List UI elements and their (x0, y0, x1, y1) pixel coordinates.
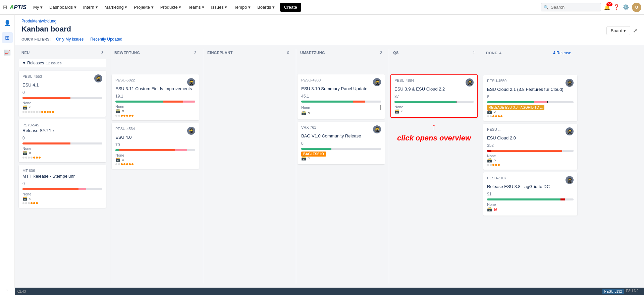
sidebar-board-icon[interactable]: ⊞ (2, 32, 13, 43)
nav-projekte[interactable]: Projekte ▾ (131, 5, 156, 10)
card-id: PESU-4550 (487, 79, 506, 83)
card-title: BAG V1.0 Community Release (301, 133, 381, 139)
card-esu-cloud-20[interactable]: PESU-... 🥷 ESU Cloud 2.0 352 None 🗃️ ○ (483, 124, 577, 170)
settings-icon[interactable]: ⚙️ (623, 4, 629, 10)
card-pesu-3107[interactable]: PESU-3107 🥷 Release ESU 3.8 - agGrid to … (483, 172, 577, 216)
dot-orange (123, 163, 125, 165)
fullscreen-button[interactable]: ⤢ (633, 26, 637, 35)
status-issue1[interactable]: PESU-5132 (602, 289, 624, 294)
filter-only-my-issues[interactable]: Only My Issues (55, 36, 85, 42)
dot (115, 163, 117, 165)
nav-intern[interactable]: Intern ▾ (80, 5, 101, 10)
nav-boards[interactable]: Boards ▾ (255, 5, 277, 10)
quick-filters-label: QUICK FILTERS: (21, 37, 51, 41)
card-label: BAGLESS.IO (301, 152, 381, 156)
card-label: None (22, 146, 102, 151)
board-header: Produktentwicklung Kanban board Board ▾ … (15, 15, 644, 45)
dot-orange (495, 164, 497, 166)
column-neu-header: NEU 3 (19, 49, 106, 56)
card-num: 19.1 (115, 94, 195, 99)
card-mt-606[interactable]: MT-606 MTT Release - Stempeluhr 0 None 🗃… (19, 165, 106, 208)
releases-row[interactable]: ▼ Releases 12 issues (19, 59, 106, 67)
progress-bar (394, 101, 474, 103)
card-title: ESU Cloud 2.1 (3.8 Features für Cloud) (487, 87, 574, 93)
column-umsetzung-header: UMSETZUNG 2 (298, 49, 385, 56)
column-eingeplant: EINGEPLANT 0 (205, 49, 292, 284)
card-num: 0 (22, 90, 102, 95)
avatar: 🥷 (187, 127, 195, 135)
dot (31, 111, 33, 113)
status-issues: PESU-5132 ESU 3.9... (602, 289, 641, 294)
column-neu-title: NEU (21, 51, 30, 55)
card-icon-circle: ○ (401, 109, 403, 114)
card-pesu-4534[interactable]: PESU-4534 🥷 ESU 4.0 70 None 🗃️ ○ (112, 123, 199, 169)
card-pesu-4980[interactable]: PESU-4980 🥷 ESU 3.10 Summary Panel Updat… (298, 74, 385, 119)
progress-bar (301, 148, 381, 150)
card-pesu-4553[interactable]: PESU-4553 🥷 ESU 4.1 0 None 🗃️ ○ (19, 71, 106, 117)
search-input[interactable] (551, 5, 591, 10)
card-vrx-761[interactable]: VRX-761 🥷 BAG V1.0 Community Release 0 B… (298, 122, 385, 164)
nav-marketing[interactable]: Marketing ▾ (102, 5, 130, 10)
grid-icon[interactable]: ⊞ (3, 4, 7, 10)
dots-row (22, 202, 102, 204)
create-button[interactable]: Create (280, 3, 301, 12)
dot-orange (126, 163, 128, 165)
nav-my[interactable]: My ▾ (31, 5, 45, 10)
card-title: ESU Cloud 2.0 (487, 135, 574, 141)
card-icon-box: 🗃️ (115, 157, 120, 162)
sidebar-expand-icon[interactable]: » (6, 288, 8, 292)
help-icon[interactable]: ❓ (613, 4, 620, 10)
card-icons: 🗃️ ○ (301, 111, 381, 115)
column-done-title: DONE (486, 51, 497, 55)
card-pesu-4884[interactable]: PESU-4884 🥷 ESU 3.9 & ESU Cloud 2.2 87 N… (390, 74, 478, 118)
notifications-icon[interactable]: 🔔 30 (604, 4, 610, 10)
card-id: PESU-4980 (301, 78, 321, 82)
avatar: 🥷 (466, 78, 474, 86)
search-box[interactable]: 🔍 (541, 3, 601, 11)
dot-orange (495, 115, 497, 117)
breadcrumb[interactable]: Produktentwicklung (21, 19, 637, 23)
card-psyj-545[interactable]: PSYJ-545 Release SYJ 1.x 0 None 🗃️ ○ (19, 119, 106, 162)
card-label: None (115, 153, 195, 157)
dot (33, 111, 35, 113)
card-pesu-5022[interactable]: PESU-5022 🥷 ESU 3.11 Custom Fields Impro… (112, 74, 199, 120)
logo[interactable]: A PTIS (10, 4, 26, 11)
nav-issues[interactable]: Issues ▾ (208, 5, 230, 10)
sidebar-chart-icon[interactable]: 📈 (2, 47, 13, 58)
board-view-button[interactable]: Board ▾ (606, 26, 630, 35)
card-num: 0 (22, 136, 102, 140)
dot (490, 115, 492, 117)
card-pesu-4550[interactable]: PESU-4550 🥷 ESU Cloud 2.1 (3.8 Features … (483, 75, 577, 121)
nav-produkte[interactable]: Produkte ▾ (158, 5, 184, 10)
card-num: 91 (487, 192, 574, 196)
dot (36, 111, 38, 113)
card-icons: 🗃️ ○ (115, 157, 195, 162)
column-done: DONE 4 4 Release... PESU-4550 🥷 ESU Clou… (483, 49, 577, 284)
card-id: MT-606 (22, 169, 35, 173)
card-icon-circle: ○ (308, 111, 310, 115)
notification-badge: 30 (606, 2, 612, 6)
sidebar-profile-icon[interactable]: 👤 (2, 17, 13, 28)
dot-orange (123, 115, 125, 117)
dot (28, 157, 30, 159)
dot-orange (492, 164, 494, 166)
user-avatar[interactable]: U (632, 3, 641, 12)
dot-orange (33, 157, 35, 159)
card-num: 87 (394, 94, 474, 99)
column-separator (482, 49, 482, 284)
dot-orange (41, 111, 43, 113)
avatar: 🥷 (373, 125, 381, 133)
dot-orange (131, 163, 133, 165)
card-icon-circle: ○ (29, 196, 31, 201)
top-navigation: ⊞ A PTIS My ▾ Dashboards ▾ Intern ▾ Mark… (0, 0, 644, 15)
dot-orange (131, 115, 133, 117)
avatar: 🥷 (566, 79, 574, 87)
card-icons: 🗃️ ○ (115, 109, 195, 113)
release-link[interactable]: 4 Release... (553, 51, 575, 55)
nav-tempo[interactable]: Tempo ▾ (231, 5, 253, 10)
dot (22, 111, 24, 113)
filter-recently-updated[interactable]: Recently Updated (89, 36, 123, 42)
nav-teams[interactable]: Teams ▾ (185, 5, 207, 10)
nav-dashboards[interactable]: Dashboards ▾ (47, 5, 79, 10)
dot (487, 164, 489, 166)
